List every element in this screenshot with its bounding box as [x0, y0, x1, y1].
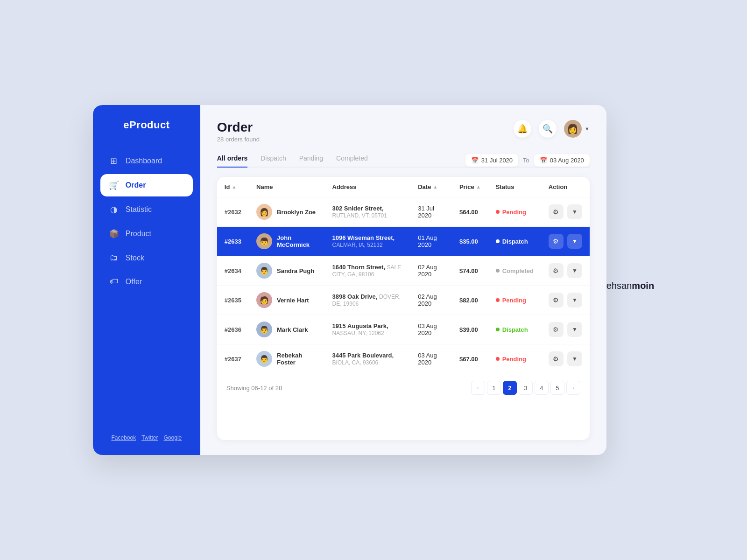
status-text: Pending: [502, 356, 526, 363]
page-btn-2[interactable]: 2: [503, 381, 517, 395]
sort-label-price[interactable]: Price ▲: [459, 183, 481, 190]
expand-button[interactable]: ▼: [567, 351, 582, 366]
calendar-icon-2: 📅: [540, 157, 547, 164]
tab-all[interactable]: All orders: [217, 154, 247, 168]
sidebar-logo: eProduct: [93, 119, 200, 131]
sidebar-item-statistic[interactable]: ◑ Statistic: [100, 198, 193, 221]
notification-button[interactable]: 🔔: [514, 120, 531, 138]
sidebar-item-order[interactable]: 🛒 Order: [100, 174, 193, 196]
date-from: 31 Jul 2020: [481, 157, 513, 164]
date-from-badge[interactable]: 📅 31 Jul 2020: [465, 154, 518, 167]
sidebar-item-label: Dashboard: [126, 157, 162, 165]
brand-light: ehsan: [606, 280, 632, 291]
footer-link-google[interactable]: Google: [164, 434, 182, 441]
price-cell: $64.00: [452, 197, 488, 227]
action-cell: ⚙ ▼: [541, 344, 590, 374]
address-number: 3898: [332, 293, 346, 300]
sidebar-item-label: Offer: [126, 278, 142, 286]
sidebar-item-label: Product: [126, 230, 151, 238]
tab-dispatch[interactable]: Dispatch: [261, 154, 286, 168]
address-number: 3445: [332, 352, 346, 359]
page-btn-5[interactable]: 5: [550, 381, 564, 395]
user-avatar-button[interactable]: 👩 ▼: [564, 120, 590, 138]
customer-name: Brooklyn Zoe: [277, 209, 316, 216]
col-header-price[interactable]: Price ▲: [452, 177, 488, 197]
sort-label-date[interactable]: Date ▲: [418, 183, 437, 190]
expand-button[interactable]: ▼: [567, 263, 582, 278]
sidebar-item-stock[interactable]: 🗂 Stock: [100, 247, 193, 269]
date-range-separator: To: [523, 157, 529, 164]
expand-button[interactable]: ▼: [567, 204, 582, 219]
main-content: Order 28 orders found 🔔 🔍 👩 ▼: [200, 105, 606, 455]
pagination-controls: ‹12345›: [471, 381, 580, 395]
header-title-block: Order 28 orders found: [217, 120, 260, 143]
col-header-id[interactable]: Id ▲: [217, 177, 249, 197]
col-header-name: Name: [249, 177, 325, 197]
dashboard-icon: ⊞: [109, 156, 119, 166]
order-id: #2633: [225, 238, 241, 245]
order-id-cell: #2637: [217, 344, 249, 374]
price-cell: $82.00: [452, 286, 488, 315]
search-button[interactable]: 🔍: [539, 120, 557, 138]
order-id-cell: #2635: [217, 286, 249, 315]
status-dot: [496, 239, 500, 243]
order-icon: 🛒: [109, 180, 119, 190]
sidebar-nav: ⊞ Dashboard 🛒 Order ◑ Statistic 📦 Produc…: [93, 150, 200, 427]
customer-cell: 👨 Rebekah Foster: [249, 344, 325, 374]
expand-button[interactable]: ▼: [567, 322, 582, 337]
col-header-status: Status: [488, 177, 541, 197]
chevron-down-icon: ▼: [585, 126, 590, 132]
status-text: Pending: [502, 297, 526, 304]
page-btn-4[interactable]: 4: [535, 381, 549, 395]
address-street: Augusta Park,: [347, 322, 388, 329]
status-cell: Dispatch: [488, 315, 541, 344]
date-cell: 01 Aug 2020: [410, 227, 452, 256]
customer-cell: 👨 Mark Clark: [249, 315, 325, 344]
expand-button[interactable]: ▼: [567, 234, 582, 249]
tab-pending[interactable]: Panding: [299, 154, 323, 168]
gear-button[interactable]: ⚙: [549, 204, 564, 219]
status-text: Pending: [502, 209, 526, 216]
footer-link-facebook[interactable]: Facebook: [111, 434, 136, 441]
date-to-badge[interactable]: 📅 03 Aug 2020: [534, 154, 590, 167]
order-id-cell: #2636: [217, 315, 249, 344]
tab-completed[interactable]: Completed: [336, 154, 368, 168]
price-cell: $35.00: [452, 227, 488, 256]
status-dot: [496, 328, 500, 331]
table-row: #2637 👨 Rebekah Foster 3445 Park Bouleva…: [217, 344, 590, 374]
address-number: 1640: [332, 264, 346, 271]
order-id: #2637: [225, 356, 241, 363]
pagination-next[interactable]: ›: [566, 381, 580, 395]
notification-icon: 🔔: [517, 124, 528, 134]
page-subtitle: 28 orders found: [217, 136, 260, 143]
address-cell: 3898 Oak Drive, DOVER, DE, 19906: [325, 286, 411, 315]
sort-label-id[interactable]: Id ▲: [225, 183, 236, 190]
gear-button[interactable]: ⚙: [549, 351, 564, 366]
main-header: Order 28 orders found 🔔 🔍 👩 ▼: [217, 120, 590, 143]
avatar: 👩: [564, 120, 582, 138]
action-cell: ⚙ ▼: [541, 227, 590, 256]
action-cell: ⚙ ▼: [541, 197, 590, 227]
calendar-icon: 📅: [471, 157, 479, 164]
col-header-date[interactable]: Date ▲: [410, 177, 452, 197]
gear-button[interactable]: ⚙: [549, 234, 564, 249]
price-cell: $39.00: [452, 315, 488, 344]
gear-button[interactable]: ⚙: [549, 263, 564, 278]
footer-link-twitter[interactable]: Twitter: [141, 434, 158, 441]
customer-name: Rebekah Foster: [277, 352, 317, 366]
sidebar-item-offer[interactable]: 🏷 Offer: [100, 271, 193, 293]
page-btn-1[interactable]: 1: [487, 381, 501, 395]
sidebar-item-dashboard[interactable]: ⊞ Dashboard: [100, 150, 193, 172]
address-city: CALMAR, IA, 52132: [332, 242, 383, 248]
order-id: #2634: [225, 267, 241, 274]
gear-button[interactable]: ⚙: [549, 322, 564, 337]
page-btn-3[interactable]: 3: [519, 381, 533, 395]
status-text: Dispatch: [502, 238, 528, 245]
pagination-prev[interactable]: ‹: [471, 381, 485, 395]
date-to: 03 Aug 2020: [550, 157, 584, 164]
sidebar-footer: FacebookTwitterGoogle: [93, 427, 200, 446]
gear-button[interactable]: ⚙: [549, 293, 564, 308]
date-cell: 31 Jul 2020: [410, 197, 452, 227]
sidebar-item-product[interactable]: 📦 Product: [100, 223, 193, 245]
expand-button[interactable]: ▼: [567, 293, 582, 308]
